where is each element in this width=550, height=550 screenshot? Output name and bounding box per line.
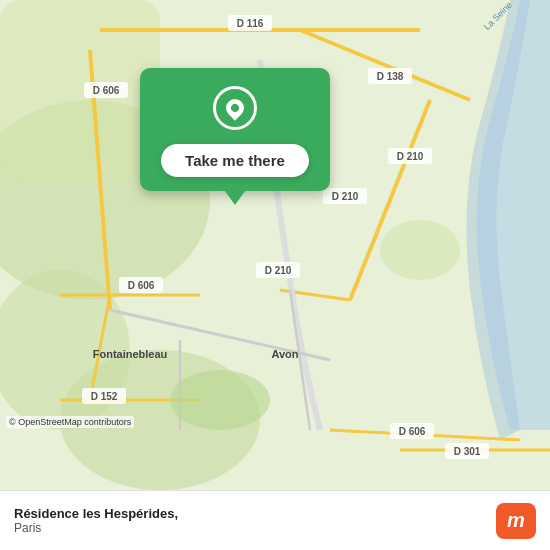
svg-text:D 152: D 152 — [91, 391, 118, 402]
svg-text:Avon: Avon — [271, 348, 298, 360]
svg-text:D 138: D 138 — [377, 71, 404, 82]
svg-text:D 606: D 606 — [93, 85, 120, 96]
svg-text:D 210: D 210 — [397, 151, 424, 162]
location-pin-icon — [222, 95, 247, 120]
map-container: D 116 D 116 D 138 D 606 D 210 D 210 D 21… — [0, 0, 550, 490]
svg-point-44 — [170, 370, 270, 430]
moovit-m-icon: m — [496, 503, 536, 539]
svg-rect-4 — [0, 0, 160, 180]
svg-text:D 606: D 606 — [128, 280, 155, 291]
svg-text:D 301: D 301 — [454, 446, 481, 457]
svg-point-5 — [380, 220, 460, 280]
osm-credit: © OpenStreetMap contributors — [6, 416, 134, 428]
location-info: Résidence les Hespérides, Paris — [14, 506, 178, 535]
location-name: Résidence les Hespérides, — [14, 506, 178, 521]
svg-text:D 210: D 210 — [332, 191, 359, 202]
svg-text:D 116: D 116 — [237, 18, 264, 29]
moovit-logo[interactable]: m — [496, 503, 536, 539]
popup-card: Take me there — [140, 68, 330, 191]
take-me-there-button[interactable]: Take me there — [161, 144, 309, 177]
svg-text:Fontainebleau: Fontainebleau — [93, 348, 168, 360]
svg-text:D 606: D 606 — [399, 426, 426, 437]
location-city: Paris — [14, 521, 178, 535]
svg-text:D 210: D 210 — [265, 265, 292, 276]
bottom-bar: Résidence les Hespérides, Paris m — [0, 490, 550, 550]
location-icon-circle — [213, 86, 257, 130]
